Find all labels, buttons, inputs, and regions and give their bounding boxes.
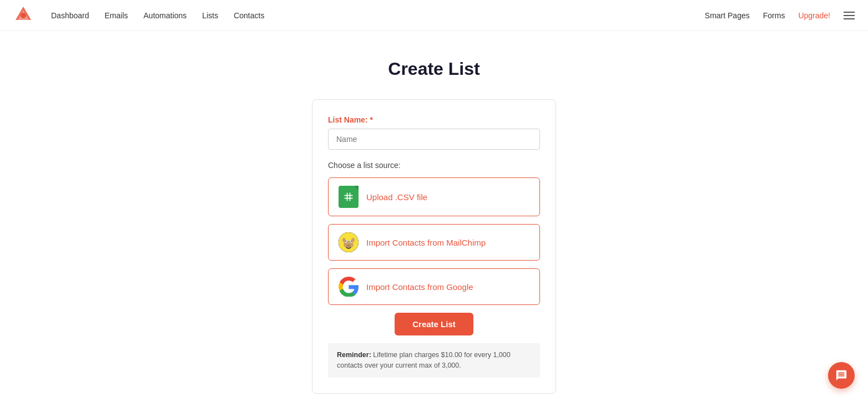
nav-forms[interactable]: Forms xyxy=(763,11,785,20)
required-asterisk: * xyxy=(370,115,372,124)
svg-rect-3 xyxy=(345,193,353,201)
page-title: Create List xyxy=(388,59,480,79)
menu-icon[interactable] xyxy=(844,12,855,19)
reminder-box: Reminder: Lifetime plan charges $10.00 f… xyxy=(328,343,540,378)
source-mailchimp[interactable]: Import Contacts from MailChimp xyxy=(328,224,540,261)
reminder-bold: Reminder: xyxy=(337,351,371,359)
svg-point-2 xyxy=(21,13,26,18)
source-label: Choose a list source: xyxy=(328,161,540,170)
chat-button[interactable] xyxy=(828,362,855,389)
google-label: Import Contacts from Google xyxy=(366,282,473,292)
nav-contacts[interactable]: Contacts xyxy=(234,11,264,20)
create-list-card: List Name: * Choose a list source: Uploa… xyxy=(312,99,556,394)
main-content: Create List List Name: * Choose a list s… xyxy=(0,31,868,394)
nav-right: Smart Pages Forms Upgrade! xyxy=(705,11,855,20)
nav-smart-pages[interactable]: Smart Pages xyxy=(705,11,750,20)
nav-lists[interactable]: Lists xyxy=(202,11,218,20)
logo[interactable] xyxy=(13,4,33,27)
list-name-label: List Name: * xyxy=(328,115,540,124)
nav-dashboard[interactable]: Dashboard xyxy=(51,11,89,20)
source-csv[interactable]: Upload .CSV file xyxy=(328,177,540,216)
navigation: Dashboard Emails Automations Lists Conta… xyxy=(0,0,868,31)
source-google[interactable]: Import Contacts from Google xyxy=(328,268,540,305)
csv-icon xyxy=(339,186,359,208)
mailchimp-label: Import Contacts from MailChimp xyxy=(366,238,486,247)
nav-emails[interactable]: Emails xyxy=(105,11,128,20)
list-name-input[interactable] xyxy=(328,129,540,150)
csv-label: Upload .CSV file xyxy=(366,192,427,202)
google-icon xyxy=(339,277,359,297)
nav-automations[interactable]: Automations xyxy=(144,11,187,20)
mailchimp-icon xyxy=(339,232,359,252)
create-list-button[interactable]: Create List xyxy=(395,313,473,335)
nav-links: Dashboard Emails Automations Lists Conta… xyxy=(51,11,705,20)
upgrade-button[interactable]: Upgrade! xyxy=(798,11,830,20)
svg-point-14 xyxy=(346,245,351,247)
